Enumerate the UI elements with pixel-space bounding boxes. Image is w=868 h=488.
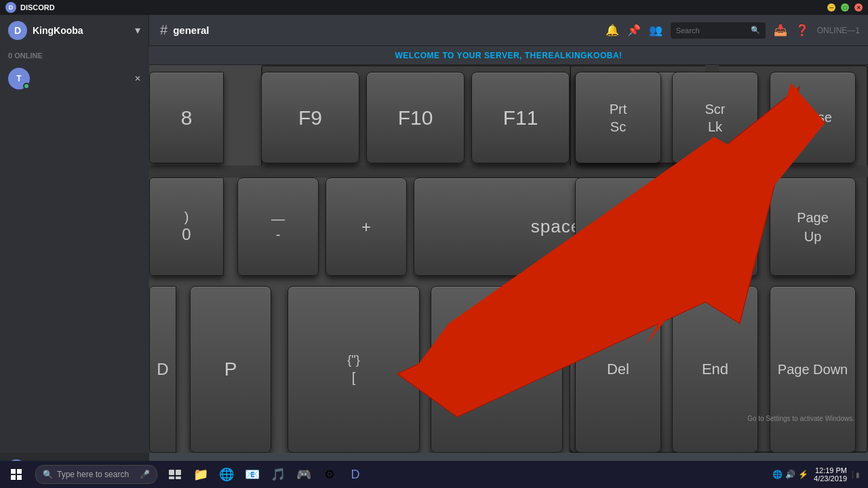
show-desktop-icon[interactable]: ▮	[852, 471, 860, 479]
close-banner-icon[interactable]: ✕	[134, 74, 141, 83]
search-taskbar-icon: 🔍	[43, 470, 53, 479]
f11-key: F11	[471, 72, 570, 163]
scr-lk-key: ScrLk	[672, 72, 758, 163]
members-icon[interactable]: 👥	[649, 24, 663, 37]
titlebar-title: DISCORD	[20, 3, 55, 12]
page-down-key: Page Down	[770, 286, 856, 453]
home-key: Home	[672, 178, 758, 276]
taskbar-clock[interactable]: 12:19 PM 4/23/2019	[814, 466, 847, 483]
main-content: 8 F9 F10 F11 F12 PrtSc ScrLk Pause	[149, 65, 868, 453]
p-key: P	[190, 286, 271, 453]
svg-rect-9	[176, 476, 181, 479]
search-bar[interactable]: Search 🔍	[671, 22, 766, 39]
network-icon[interactable]: 🌐	[772, 470, 783, 479]
banner-text: WELCOME TO YOUR SERVER, THEREALKINGKOOBA…	[395, 51, 622, 60]
chevron-down-icon: ▾	[135, 24, 140, 37]
discord-logo: D	[8, 21, 27, 40]
paren-zero-key: ) 0	[149, 178, 224, 276]
d-key-partial: D	[149, 286, 176, 453]
f10-key: F10	[366, 72, 465, 163]
channel-name: general	[173, 24, 209, 36]
online-count: 0 ONLINE	[0, 46, 149, 65]
taskbar-sys-icons: 🌐 🔊 ⚡	[772, 470, 808, 479]
date-display: 4/23/2019	[814, 474, 847, 483]
online-status-dot	[23, 83, 30, 89]
titlebar-controls: ─ □ ✕	[827, 3, 863, 12]
divider-strip-1	[149, 165, 868, 178]
mail-taskbar[interactable]: 📧	[240, 462, 264, 487]
pin-icon[interactable]: 📌	[627, 24, 641, 37]
page-up-key: PageUp	[770, 178, 856, 276]
server-name-area[interactable]: D KingKooba ▾	[0, 15, 149, 46]
close-button[interactable]: ✕	[854, 3, 863, 12]
game-store-taskbar[interactable]: 🎮	[292, 462, 316, 487]
search-taskbar-placeholder: Type here to search	[57, 470, 129, 479]
steam-taskbar[interactable]: ⚙	[317, 462, 342, 487]
left-sidebar: 0 ONLINE T ✕	[0, 46, 149, 453]
header-right: 🔔 📌 👥 Search 🔍 📥 ❓ ONLINE—1	[597, 22, 868, 39]
keyboard-container: 8 F9 F10 F11 F12 PrtSc ScrLk Pause	[149, 65, 868, 453]
taskbar-icons: 📁 🌐 📧 🎵 🎮 ⚙ D	[160, 462, 370, 487]
bell-icon[interactable]: 🔔	[606, 24, 619, 37]
prt-sc-key: PrtSc	[575, 72, 661, 163]
task-view-icon[interactable]	[163, 462, 187, 487]
taskbar-search[interactable]: 🔍 Type here to search 🎤	[35, 465, 157, 484]
svg-rect-2	[11, 469, 16, 474]
bracket-open-key: {"} [	[288, 286, 420, 453]
discord-header: D KingKooba ▾ # general 🔔 📌 👥 Search 🔍 📥…	[0, 15, 868, 46]
ins-key: Ins	[575, 178, 661, 276]
server-banner: WELCOME TO YOUR SERVER, THEREALKINGKOOBA…	[149, 46, 868, 65]
time-display: 12:19 PM	[814, 466, 847, 474]
help-icon[interactable]: ❓	[795, 24, 809, 37]
svg-rect-5	[17, 475, 22, 480]
voice-search-icon: 🎤	[140, 470, 150, 479]
volume-icon[interactable]: 🔊	[785, 470, 795, 479]
discord-taskbar[interactable]: D	[343, 462, 368, 487]
page-down-label: Page Down	[778, 360, 848, 379]
titlebar-left: D DISCORD	[5, 2, 55, 13]
maximize-button[interactable]: □	[841, 3, 849, 12]
svg-rect-4	[11, 475, 16, 480]
battery-icon: ⚡	[798, 470, 808, 479]
f9-key: F9	[261, 72, 359, 163]
pipe-key: | \	[431, 286, 563, 453]
titlebar: D DISCORD ─ □ ✕	[0, 0, 868, 15]
f8-key-partial: 8	[149, 72, 224, 163]
plus-key: +	[326, 178, 407, 276]
browser-taskbar[interactable]: 🌐	[214, 462, 239, 487]
music-taskbar[interactable]: 🎵	[266, 462, 290, 487]
pause-key: Pause	[770, 72, 856, 163]
activate-windows-text: Go to Settings to activate Windows.	[742, 412, 860, 425]
file-explorer-taskbar[interactable]: 📁	[189, 462, 213, 487]
avatar: T	[8, 68, 30, 89]
end-key: End	[672, 286, 758, 453]
search-placeholder: Search	[676, 26, 700, 35]
del-key: Del	[575, 286, 661, 453]
discord-logo-small: D	[5, 2, 16, 13]
start-button[interactable]	[0, 461, 33, 488]
svg-rect-6	[169, 470, 174, 475]
taskbar: 🔍 Type here to search 🎤 📁 🌐 📧 🎵 🎮	[0, 461, 868, 488]
taskbar-right: 🌐 🔊 ⚡ 12:19 PM 4/23/2019 ▮	[764, 466, 868, 483]
user-avatar-area: T ✕	[0, 65, 149, 92]
svg-rect-8	[169, 476, 174, 479]
search-icon: 🔍	[751, 26, 760, 35]
svg-rect-7	[176, 470, 181, 475]
online-badge: ONLINE—1	[817, 26, 860, 35]
svg-rect-3	[17, 469, 22, 474]
hash-icon: #	[160, 22, 167, 38]
channel-header: # general	[149, 22, 597, 38]
server-name: KingKooba	[33, 25, 132, 36]
minus-key: — -	[237, 178, 319, 276]
inbox-icon[interactable]: 📥	[774, 24, 787, 37]
minimize-button[interactable]: ─	[827, 3, 835, 12]
